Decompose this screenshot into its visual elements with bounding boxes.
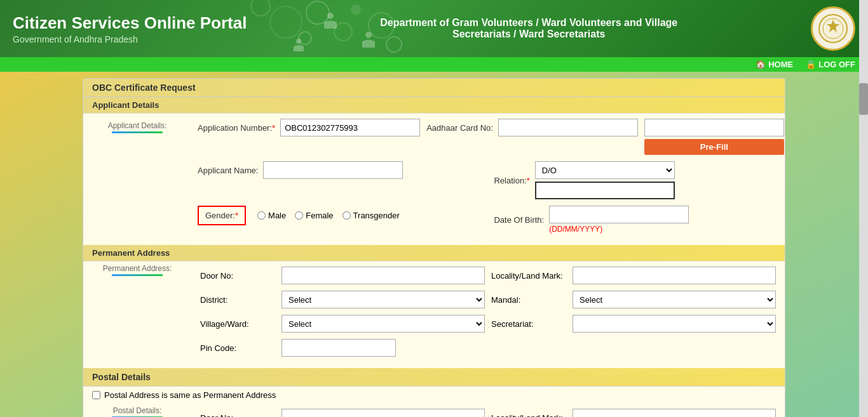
locality-group: Locality/Land Mark: — [491, 267, 776, 284]
postal-locality-label: Locality/Land Mark: — [491, 413, 567, 418]
page-title: OBC Certificate Request — [83, 79, 785, 97]
secretariat-group: Secretariat: — [491, 315, 776, 333]
app-number-row: Application Number:* Aadhaar Card No: Pr… — [198, 119, 784, 155]
postal-door-group: Door No: — [200, 409, 485, 417]
gender-radio-group: Male Female Transgender — [257, 211, 400, 220]
pin-input[interactable] — [281, 339, 396, 357]
locality-input[interactable] — [573, 267, 776, 284]
door-group: Door No: — [200, 267, 485, 284]
gender-highlight-box: Gender:* — [198, 206, 246, 225]
logoff-label: LOG OFF — [818, 60, 855, 69]
portal-title: Citizen Services Online Portal — [13, 13, 247, 33]
main-content: OBC Certificate Request Applicant Detail… — [83, 78, 785, 417]
postal-door-label: Door No: — [200, 413, 276, 418]
postal-label-text: Postal Details: — [113, 406, 162, 415]
home-label: HOME — [768, 60, 793, 69]
postal-checkbox-row: Postal Address is same as Permanent Addr… — [83, 387, 785, 404]
dob-label: Date Of Birth: — [494, 215, 544, 225]
dob-group: Date Of Birth: (DD/MM/YYYY) — [494, 206, 783, 234]
secretariat-select[interactable] — [573, 315, 776, 333]
svg-point-2 — [299, 32, 311, 44]
postal-section-header: Postal Details — [83, 368, 785, 387]
applicant-details-label: Applicant Details: — [108, 121, 167, 130]
applicant-section: Applicant Details: Application Number:* … — [83, 114, 785, 245]
postal-same-checkbox[interactable] — [92, 391, 100, 399]
state-emblem-svg: AP — [817, 13, 849, 44]
logoff-link[interactable]: 🔒 LOG OFF — [806, 60, 855, 69]
gender-female-radio[interactable] — [295, 211, 303, 220]
relation-group: Relation:* D/O S/O W/O — [494, 161, 783, 199]
mandal-group: Mandal: Select — [491, 291, 776, 308]
relation-inputs: D/O S/O W/O — [535, 161, 675, 199]
postal-section-body: Postal Details: Door No: Locality/Land M… — [83, 404, 785, 417]
relation-type-select[interactable]: D/O S/O W/O — [535, 161, 675, 179]
applicant-name-input[interactable] — [263, 161, 403, 179]
gender-label: Gender:* — [205, 211, 238, 220]
perm-section-header: Permanent Address — [83, 245, 785, 261]
svg-point-0 — [306, 1, 329, 24]
applicant-section-label: Applicant Details — [92, 100, 159, 110]
gender-transgender-item: Transgender — [342, 211, 400, 220]
postal-door-row: Door No: Locality/Land Mark: — [200, 409, 776, 417]
postal-section-label: Postal Details — [92, 372, 151, 382]
postal-label-col: Postal Details: — [83, 404, 191, 417]
applicant-name-label: Applicant Name: — [198, 166, 258, 175]
department-name: Department of Gram Volunteers / Ward Vol… — [370, 17, 688, 40]
perm-section-body: Permanent Address: Door No: Locality/Lan… — [83, 261, 785, 368]
state-logo: AP — [811, 6, 855, 51]
svg-point-10 — [296, 39, 301, 44]
village-label: Village/Ward: — [200, 319, 276, 329]
gender-transgender-label: Transgender — [353, 211, 400, 220]
perm-label-col: Permanent Address: — [83, 261, 191, 368]
district-select[interactable]: Select — [281, 291, 485, 308]
door-label: Door No: — [200, 271, 276, 281]
dob-input[interactable] — [549, 206, 689, 223]
perm-label-text: Permanent Address: — [103, 264, 172, 273]
aadhaar-extra-input[interactable] — [644, 119, 784, 136]
navbar: 🏠 HOME 🔒 LOG OFF — [0, 57, 868, 72]
door-locality-row: Door No: Locality/Land Mark: — [200, 267, 776, 284]
mandal-select[interactable]: Select — [573, 291, 776, 308]
door-no-input[interactable] — [281, 267, 485, 284]
locality-label: Locality/Land Mark: — [491, 271, 567, 281]
secretariat-label: Secretariat: — [491, 319, 567, 329]
district-mandal-row: District: Select Mandal: Select — [200, 291, 776, 308]
district-label: District: — [200, 295, 276, 305]
prefill-button[interactable]: Pre-Fill — [644, 139, 784, 155]
postal-locality-input[interactable] — [573, 409, 776, 417]
svg-point-7 — [251, 0, 270, 16]
home-icon: 🏠 — [756, 60, 766, 69]
pin-label: Pin Code: — [200, 343, 276, 353]
prefill-col: Pre-Fill — [644, 119, 784, 155]
pin-group: Pin Code: — [200, 339, 776, 357]
village-select[interactable]: Select — [281, 315, 485, 333]
app-number-label: Application Number:* — [198, 123, 275, 133]
relation-label: Relation:* — [494, 176, 529, 185]
postal-door-input[interactable] — [281, 409, 485, 417]
svg-point-1 — [334, 23, 352, 41]
aadhaar-input[interactable] — [498, 119, 638, 136]
applicant-section-header: Applicant Details — [83, 97, 785, 114]
app-number-group: Application Number:* — [198, 119, 420, 136]
gender-male-label: Male — [268, 211, 286, 220]
postal-fields: Door No: Locality/Land Mark: — [191, 404, 785, 417]
gender-transgender-radio[interactable] — [342, 211, 351, 220]
header: Citizen Services Online Portal Governmen… — [0, 0, 868, 57]
scrollbar[interactable] — [859, 0, 868, 417]
dob-hint: (DD/MM/YYYY) — [549, 225, 689, 234]
home-link[interactable]: 🏠 HOME — [756, 60, 793, 69]
gender-group: Gender:* Male Female — [198, 206, 487, 225]
perm-section-label: Permanent Address — [92, 248, 170, 258]
relation-name-input[interactable] — [535, 182, 675, 199]
gender-male-radio[interactable] — [257, 211, 266, 220]
gender-female-item: Female — [295, 211, 333, 220]
aadhaar-group: Aadhaar Card No: — [426, 119, 638, 136]
header-left: Citizen Services Online Portal Governmen… — [13, 13, 247, 44]
gender-female-label: Female — [306, 211, 333, 220]
portal-subtitle: Government of Andhra Pradesh — [13, 34, 247, 44]
applicant-name-row: Applicant Name: Relation:* D/O S/O W/O — [198, 161, 784, 199]
perm-addr-fields: Door No: Locality/Land Mark: District: S… — [191, 261, 785, 368]
applicant-name-group: Applicant Name: — [198, 161, 487, 179]
district-group: District: Select — [200, 291, 485, 308]
application-number-input[interactable] — [280, 119, 420, 136]
